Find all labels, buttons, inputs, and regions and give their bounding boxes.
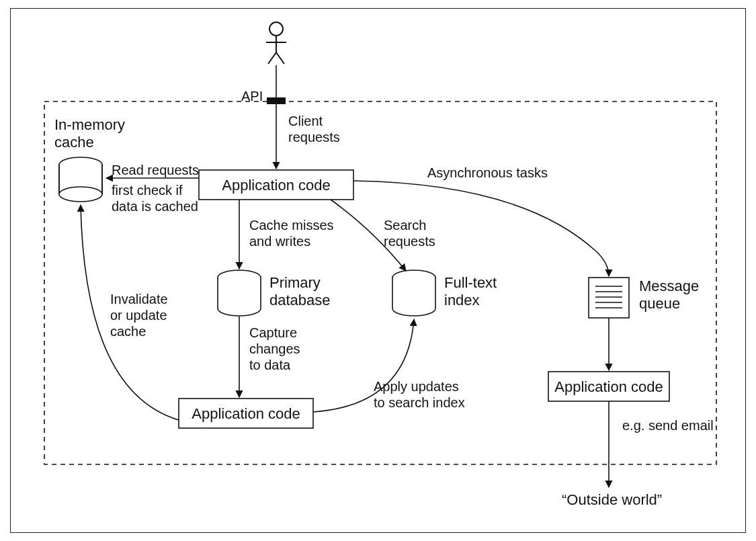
node-ft-index: [392, 270, 435, 316]
diagram-frame: API Client requests In-memory cache Appl…: [10, 8, 746, 533]
node-outside-label: “Outside world”: [562, 491, 662, 509]
edge-send-email-label: e.g. send email: [622, 417, 714, 433]
edge-client-requests-label: Client requests: [288, 113, 340, 145]
edge-capture-changes-label: Capture changes to data: [249, 325, 300, 373]
node-primary-db-label: Primary database: [269, 274, 331, 310]
svg-line-4: [276, 52, 284, 64]
node-app-right-label: Application code: [552, 378, 666, 396]
node-message-queue: [589, 278, 629, 318]
svg-line-3: [268, 52, 276, 64]
node-ft-index-label: Full-text index: [444, 274, 497, 310]
edge-invalidate-cache-label: Invalidate or update cache: [110, 291, 168, 339]
node-primary-db: [218, 270, 261, 316]
edge-cache-misses-label: Cache misses and writes: [249, 217, 334, 249]
node-app-top-label: Application code: [209, 177, 343, 194]
node-mq-label: Message queue: [639, 278, 699, 313]
edge-read-requests-label: Read requests: [112, 162, 199, 178]
svg-point-0: [269, 22, 283, 36]
edge-async-tasks-label: Asynchronous tasks: [427, 165, 548, 181]
api-label: API: [241, 88, 263, 104]
edge-search-requests-label: Search requests: [384, 217, 435, 249]
node-app-mid-label: Application code: [185, 405, 306, 423]
diagram-svg: [11, 9, 747, 534]
actor-icon: [266, 22, 286, 64]
edge-read-requests-note: first check if data is cached: [112, 182, 198, 214]
svg-rect-8: [589, 278, 629, 318]
node-cache: [59, 157, 102, 202]
node-cache-label: In-memory cache: [54, 116, 125, 152]
edge-apply-updates-label: Apply updates to search index: [374, 378, 465, 411]
